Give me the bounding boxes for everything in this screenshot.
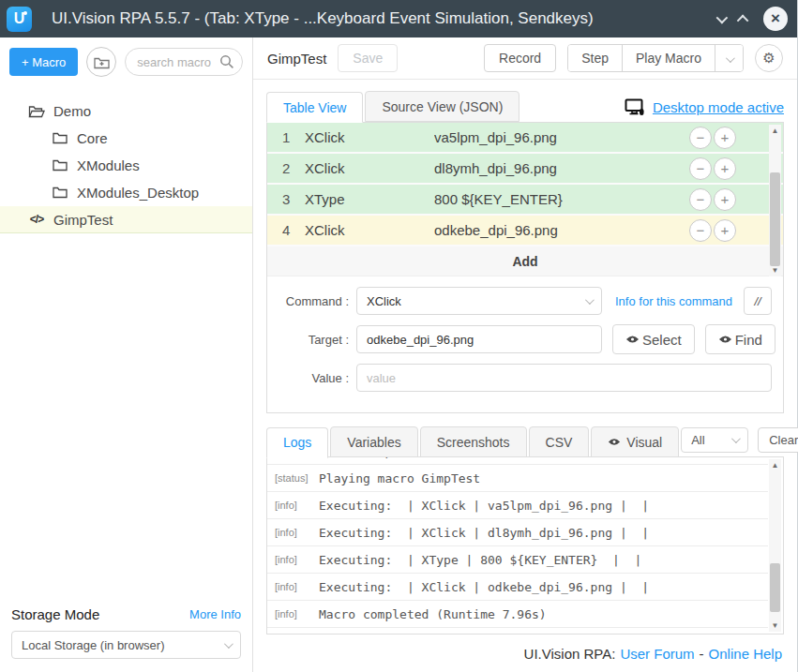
insert-step-button[interactable]: + [714,157,736,180]
storage-mode-value: Local Storage (in browser) [22,638,164,652]
table-scrollbar[interactable]: ▲ ▼ [769,125,781,276]
online-help-link[interactable]: Online Help [709,646,782,662]
log-filter-value: All [691,433,704,447]
folder-icon [52,187,68,199]
tab-csv[interactable]: CSV [529,426,590,457]
macro-step-row[interactable]: 1 XClick va5lpm_dpi_96.png − + [267,123,783,154]
select-target-button[interactable]: Select [612,324,695,354]
play-macro-button[interactable]: Play Macro [623,45,715,71]
scroll-thumb[interactable] [770,172,780,266]
new-folder-button[interactable] [86,47,116,77]
log-entry: [info] Executing: | XClick | odkebe_dpi_… [267,574,768,601]
remove-step-button[interactable]: − [689,157,712,180]
record-button[interactable]: Record [484,44,556,72]
tab-screenshots[interactable]: Screenshots [420,426,527,457]
tree-item-xmodules[interactable]: XModules [0,152,252,179]
sidebar: + Macro [0,37,253,672]
settings-button[interactable]: ⚙ [755,44,783,72]
macro-step-row[interactable]: 3 XType 800 ${KEY_ENTER} − + [267,185,783,216]
log-entry: [info] Executing: | XType | 800 ${KEY_EN… [267,546,768,574]
user-forum-link[interactable]: User Forum [620,646,694,662]
log-entry: [status] Playing macro GimpTest [267,465,768,492]
comment-toggle-button[interactable]: // [744,287,772,315]
titlebar: U UI.Vision RPA 5.5.7 - (Tab: XType - ..… [0,0,797,37]
folder-icon [52,159,68,172]
app-window: U UI.Vision RPA 5.5.7 - (Tab: XType - ..… [0,0,798,672]
chevron-down-icon [585,295,595,305]
step-number: 1 [267,129,305,145]
storage-mode-section: Storage Mode More Info Local Storage (in… [0,606,252,672]
find-target-button[interactable]: Find [705,324,775,354]
window-title: UI.Vision RPA 5.5.7 - (Tab: XType - ...K… [52,9,709,28]
folder-open-icon [28,105,45,118]
log-scrollbar[interactable]: ▲ ▼ [769,459,781,632]
close-button[interactable]: × [763,7,788,31]
clear-logs-button[interactable]: Clear [758,427,798,453]
footer-label: UI.Vision RPA: [524,646,616,662]
remove-step-button[interactable]: − [689,219,712,242]
desktop-mode-link[interactable]: Desktop mode active [653,99,784,115]
chevron-down-icon[interactable] [716,11,729,23]
target-input[interactable] [356,325,602,353]
step-number: 4 [267,222,305,238]
scroll-up-icon[interactable]: ▲ [772,125,779,137]
footer: UI.Vision RPA: User Forum - Online Help [253,635,797,672]
add-macro-button[interactable]: + Macro [9,48,78,76]
remove-step-button[interactable]: − [689,127,712,149]
play-button-group: Step Play Macro [567,44,744,72]
macro-step-row-selected[interactable]: 4 XClick odkebe_dpi_96.png − + [267,216,783,246]
tree-item-label: GimpTest [53,212,113,228]
step-command: XClick [305,160,434,176]
macro-search [125,48,243,76]
app-logo-icon: U [7,7,32,32]
logs-section: Logs Variables Screenshots CSV Visual Al… [253,413,797,635]
insert-step-button[interactable]: + [714,219,736,242]
play-options-button[interactable] [715,45,743,71]
tab-source-view[interactable]: Source View (JSON) [365,91,519,122]
command-info-link[interactable]: Info for this command [615,294,732,308]
storage-mode-select[interactable]: Local Storage (in browser) [11,631,241,659]
step-number: 2 [267,160,305,176]
value-input[interactable] [356,364,772,392]
chevron-down-icon [726,53,735,63]
remove-step-button[interactable]: − [689,188,712,211]
tab-logs[interactable]: Logs [266,427,328,458]
macro-toolbar: GimpTest Save Record Step Play Macro ⚙ [253,37,797,80]
tab-visual[interactable]: Visual [591,426,679,457]
insert-step-button[interactable]: + [714,127,736,149]
tree-item-core[interactable]: Core [0,125,252,152]
scroll-up-icon[interactable]: ▲ [772,459,779,471]
more-info-link[interactable]: More Info [189,607,241,621]
folder-plus-icon [94,55,110,69]
tree-item-xmodules-desktop[interactable]: XModules_Desktop [0,179,252,206]
eye-icon [608,438,621,446]
step-editor-form: Command : XClick Info for this command /… [267,276,783,401]
tree-item-demo[interactable]: Demo [0,97,252,125]
log-filter-select[interactable]: All [681,427,748,453]
tree-item-label: XModules_Desktop [77,185,199,201]
tree-item-label: XModules [77,157,140,173]
command-select[interactable]: XClick [356,287,602,315]
main-panel: GimpTest Save Record Step Play Macro ⚙ T… [253,37,797,672]
scroll-thumb[interactable] [770,563,780,612]
add-step-button[interactable]: Add [267,246,783,276]
log-entry: [info] Executing: | XClick | va5lpm_dpi_… [267,492,768,519]
tab-table-view[interactable]: Table View [266,92,363,123]
save-button[interactable]: Save [338,44,398,72]
command-label: Command : [277,294,356,308]
insert-step-button[interactable]: + [714,188,736,211]
step-command: XType [305,191,434,207]
macro-step-row[interactable]: 2 XClick dl8ymh_dpi_96.png − + [267,154,783,185]
scroll-down-icon[interactable]: ▼ [772,620,779,632]
editor-area: Table View Source View (JSON) Desktop mo… [253,80,797,413]
chevron-down-icon [224,639,233,649]
eye-icon [718,335,732,344]
tree-item-gimptest[interactable]: </> GimpTest [0,206,252,233]
tab-variables[interactable]: Variables [330,426,417,457]
chevron-up-icon[interactable] [737,14,749,26]
log-output: [info] Macro completed (Runtime 7.96s) [… [266,456,784,635]
log-entry: [info] Executing: | XClick | dl8ymh_dpi_… [267,519,768,546]
chevron-down-icon [731,434,741,443]
tree-item-label: Core [77,130,108,146]
step-button[interactable]: Step [568,45,623,71]
